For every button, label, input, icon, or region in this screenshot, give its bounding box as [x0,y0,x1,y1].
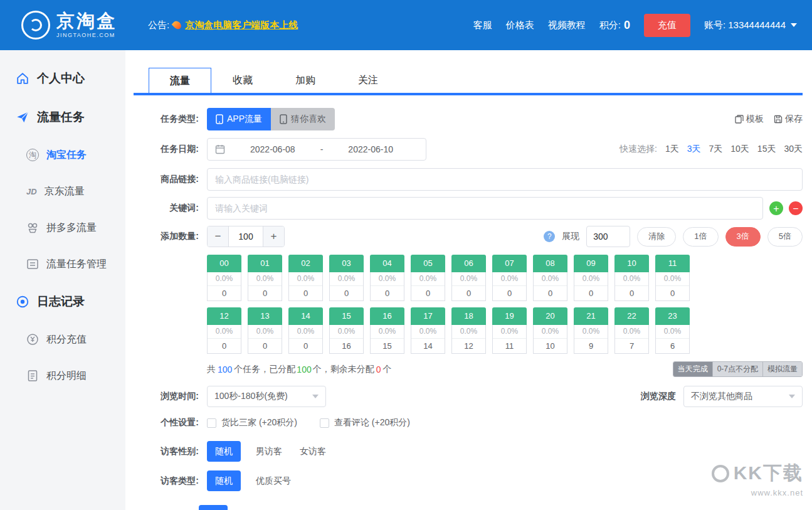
tab-favorites[interactable]: 收藏 [211,68,274,93]
sidebar-item-traffic-tasks[interactable]: 流量任务 [0,98,125,137]
hour-value-input[interactable]: 12 [452,338,485,353]
hour-cell: 15 0.0% 16 [329,307,364,354]
hour-percent: 0.0% [371,325,404,338]
quick-3day[interactable]: 3天 [687,144,701,155]
browse-time-select[interactable]: 100秒-180秒(免费) [207,386,326,407]
hour-percent: 0.0% [411,272,445,285]
nav-customer-service[interactable]: 客服 [473,19,492,31]
tab-bar: 流量 收藏 加购 关注 [134,68,803,95]
hour-percent: 0.0% [371,272,404,285]
remove-keyword-button[interactable]: − [789,201,803,215]
checkbox-icon[interactable] [207,418,216,428]
view-comments-checkbox[interactable]: 查看评论 (+20积分) [320,417,410,428]
hour-value-input[interactable]: 0 [615,285,648,300]
app-logo[interactable]: 京淘盒 JINGTAOHE.COM [21,11,148,40]
tab-add-to-cart[interactable]: 加购 [274,68,337,93]
browse-depth-select[interactable]: 不浏览其他商品 [683,386,803,407]
hour-cell: 09 0.0% 0 [574,255,608,301]
hour-value-input[interactable]: 6 [656,338,689,353]
hour-value-input[interactable]: 0 [289,338,322,353]
hour-value-input[interactable]: 0 [534,285,567,300]
product-link-input[interactable] [207,168,803,191]
quick-1day[interactable]: 1天 [665,144,679,155]
template-button[interactable]: 模板 [735,114,764,125]
hour-value-input[interactable]: 0 [656,285,689,300]
hour-value-input[interactable]: 0 [289,285,322,300]
account-menu[interactable]: 账号: 13344444444 [704,19,797,31]
nav-price-list[interactable]: 价格表 [506,19,534,31]
tab-follow[interactable]: 关注 [337,68,399,93]
hour-percent: 0.0% [574,272,608,285]
sidebar-item-task-management[interactable]: 流量任务管理 [0,246,125,282]
help-icon[interactable]: ? [544,231,555,242]
date-end-value[interactable]: 2022-06-10 [323,144,418,154]
hour-percent: 0.0% [493,272,526,285]
hour-value-input[interactable]: 0 [248,285,282,300]
hour-cell: 17 0.0% 14 [411,307,445,354]
hour-value-input[interactable]: 0 [208,285,241,300]
multiplier-3x-button[interactable]: 3倍 [725,227,761,247]
quantity-value[interactable]: 100 [229,226,263,247]
date-range-picker[interactable]: 2022-06-08 - 2022-06-10 [207,138,426,161]
hour-value-input[interactable]: 16 [330,338,363,353]
hour-value-input[interactable]: 0 [493,285,526,300]
display-count-input[interactable] [586,226,630,247]
hour-value-input[interactable]: 0 [371,285,404,300]
hour-value-input[interactable]: 10 [534,338,567,353]
mode-no-0-7-allocation[interactable]: 0-7点不分配 [712,362,762,376]
quick-30day[interactable]: 30天 [784,144,803,155]
hour-value-input[interactable]: 0 [411,285,445,300]
sidebar-item-personal-center[interactable]: 个人中心 [0,59,125,98]
hour-value-input[interactable]: 9 [574,338,608,353]
hour-value-input[interactable]: 11 [493,338,526,353]
main-content: 流量 收藏 加购 关注 任务类型: APP流量 猜你喜欢 模板 保存 [125,50,812,510]
sidebar-item-pinduoduo-traffic[interactable]: 拼多多流量 [0,210,125,246]
sidebar-item-taobao-tasks[interactable]: 淘 淘宝任务 [0,137,125,173]
hour-value-input[interactable]: 15 [371,338,404,353]
chevron-down-icon [791,23,797,27]
multiplier-5x-button[interactable]: 5倍 [767,227,803,247]
date-start-value[interactable]: 2022-06-08 [225,144,320,154]
visitor-type-quality-option[interactable]: 优质买号 [256,475,291,487]
keyword-input[interactable] [207,197,763,220]
hour-value-input[interactable]: 0 [330,285,363,300]
checkbox-icon[interactable] [320,418,329,428]
guess-you-like-button[interactable]: 猜你喜欢 [271,108,335,130]
recharge-button[interactable]: 充值 [644,14,690,37]
hour-label: 01 [248,255,282,272]
gender-random-button[interactable]: 随机 [207,441,241,462]
hour-value-input[interactable]: 0 [248,338,282,353]
submit-button[interactable] [199,505,228,510]
mode-finish-today[interactable]: 当天完成 [673,362,712,376]
mode-simulated-traffic[interactable]: 模拟流量 [762,362,802,376]
hour-percent: 0.0% [330,325,363,338]
quick-10day[interactable]: 10天 [730,144,749,155]
announcement-bar: 公告: 京淘盒电脑客户端版本上线 [148,19,298,31]
save-button[interactable]: 保存 [774,114,803,125]
clear-button[interactable]: 清除 [637,227,676,247]
announcement-link[interactable]: 京淘盒电脑客户端版本上线 [185,19,298,31]
hour-value-input[interactable]: 0 [574,285,608,300]
compare-three-stores-checkbox[interactable]: 货比三家 (+20积分) [207,417,297,428]
hour-value-input[interactable]: 7 [615,338,648,353]
hour-label: 02 [288,255,323,272]
hour-value-input[interactable]: 14 [411,338,445,353]
add-keyword-button[interactable]: + [769,201,783,215]
gender-male-option[interactable]: 男访客 [256,446,282,457]
sidebar-item-jd-traffic[interactable]: JD 京东流量 [0,173,125,210]
gender-female-option[interactable]: 女访客 [300,446,326,457]
sidebar-item-points-recharge[interactable]: 积分充值 [0,321,125,358]
quantity-increase-button[interactable]: + [263,226,284,247]
quick-7day[interactable]: 7天 [709,144,722,155]
visitor-type-random-button[interactable]: 随机 [207,470,241,491]
quick-15day[interactable]: 15天 [757,144,776,155]
multiplier-1x-button[interactable]: 1倍 [683,227,718,247]
sidebar-item-log-records[interactable]: 日志记录 [0,282,125,321]
sidebar-item-points-detail[interactable]: 积分明细 [0,358,125,394]
nav-video-tutorial[interactable]: 视频教程 [548,19,586,31]
quantity-decrease-button[interactable]: − [208,226,229,247]
hour-value-input[interactable]: 0 [452,285,485,300]
tab-traffic[interactable]: 流量 [149,68,211,93]
hour-value-input[interactable]: 0 [208,338,241,353]
app-traffic-button[interactable]: APP流量 [207,108,271,130]
